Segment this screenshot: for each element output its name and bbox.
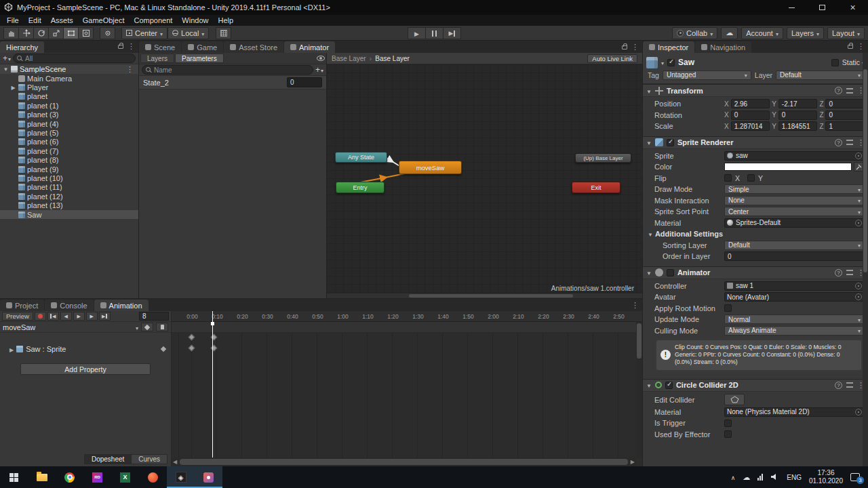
x-value-field[interactable]: 1.287014 — [731, 121, 770, 131]
circle-collider-header[interactable]: Circle Collider 2D — [643, 380, 868, 392]
foldout-arrow[interactable] — [9, 345, 14, 353]
y-value-field[interactable]: 1.184551 — [778, 121, 818, 131]
lock-icon[interactable] — [848, 45, 853, 49]
hierarchy-item[interactable]: planet (5) — [0, 128, 138, 137]
preset-icon[interactable] — [846, 140, 853, 145]
menu-item[interactable]: Window — [177, 16, 213, 24]
node-movesaw[interactable]: moveSaw — [399, 161, 462, 174]
sprite-renderer-header[interactable]: Sprite Renderer — [643, 137, 868, 149]
language-indicator[interactable]: ENG — [787, 474, 802, 481]
scene-row[interactable]: ▼ SampleScene — [0, 64, 138, 74]
taskbar-unity[interactable] — [167, 466, 195, 488]
layout-button[interactable]: Layout — [827, 27, 865, 39]
hierarchy-item[interactable]: planet (4) — [0, 119, 138, 128]
culling-mode-dropdown[interactable]: Always Animate — [724, 326, 865, 336]
taskbar-excel[interactable] — [111, 466, 139, 488]
menu-item[interactable]: GameObject — [78, 16, 130, 24]
draw-mode-dropdown[interactable]: Simple — [724, 184, 865, 194]
foldout-arrow[interactable] — [646, 268, 652, 277]
help-icon[interactable] — [835, 382, 842, 389]
rect-tool-button[interactable] — [63, 27, 79, 39]
step-button[interactable] — [443, 27, 461, 39]
taskbar-rider[interactable] — [83, 466, 111, 488]
taskbar-chrome[interactable] — [56, 466, 83, 488]
prev-key-button[interactable] — [60, 312, 72, 321]
panel-menu-icon[interactable] — [127, 42, 135, 51]
additional-settings-row[interactable]: Additional Settings — [646, 228, 865, 240]
bottom-tab[interactable]: Project — [0, 300, 44, 311]
y-value-field[interactable]: 0 — [778, 110, 818, 120]
last-key-button[interactable] — [99, 312, 111, 321]
next-key-button[interactable] — [86, 312, 98, 321]
parameter-value-field[interactable]: 0 — [287, 77, 322, 87]
menu-item[interactable]: File — [2, 16, 24, 24]
rotate-tool-button[interactable] — [33, 27, 49, 39]
layer-dropdown[interactable]: Default — [776, 70, 865, 80]
z-value-field[interactable]: 1 — [825, 121, 865, 131]
transform-tool-button[interactable] — [78, 27, 94, 39]
current-frame-field[interactable]: 8 — [139, 312, 169, 321]
physics-material-field[interactable]: None (Physics Material 2D) — [724, 407, 865, 417]
x-value-field[interactable]: 0 — [731, 110, 770, 120]
foldout-arrow[interactable] — [648, 230, 653, 238]
preset-icon[interactable] — [846, 270, 853, 275]
start-button[interactable] — [0, 466, 28, 488]
object-picker-icon[interactable] — [855, 220, 862, 226]
node-entry[interactable]: Entry — [336, 182, 384, 193]
tab-hierarchy[interactable]: Hierarchy — [0, 41, 44, 53]
panel-menu-icon[interactable] — [631, 301, 639, 310]
foldout-arrow[interactable] — [646, 87, 652, 95]
hierarchy-item[interactable]: planet — [0, 92, 138, 101]
scene-menu-icon[interactable] — [126, 65, 134, 74]
help-icon[interactable] — [835, 139, 842, 146]
add-event-button[interactable] — [156, 323, 168, 331]
object-picker-icon[interactable] — [855, 293, 862, 300]
gameobject-name[interactable]: Saw — [678, 58, 828, 67]
hierarchy-item[interactable]: planet (11) — [0, 183, 138, 192]
z-value-field[interactable]: 0 — [825, 99, 865, 108]
menu-item[interactable]: Edit — [24, 16, 46, 24]
play-button[interactable] — [408, 27, 426, 39]
edit-collider-button[interactable] — [724, 394, 745, 405]
static-checkbox[interactable] — [831, 59, 839, 66]
curves-button[interactable]: Curves — [131, 454, 167, 464]
scroll-right-icon[interactable]: ▶ — [631, 459, 635, 465]
center-tab[interactable]: Animator — [284, 41, 335, 53]
foldout-arrow[interactable] — [646, 381, 652, 389]
inspector-scrollbar[interactable] — [863, 53, 868, 466]
hierarchy-item[interactable]: planet (1) — [0, 101, 138, 110]
cloud-button[interactable] — [721, 27, 738, 39]
panel-menu-icon[interactable] — [631, 43, 639, 52]
tab-layers[interactable]: Layers — [140, 54, 174, 63]
scrollbar-thumb[interactable] — [180, 459, 628, 465]
object-picker-icon[interactable] — [855, 409, 862, 415]
used-by-effector-checkbox[interactable] — [724, 430, 732, 438]
hierarchy-item[interactable]: planet (12) — [0, 192, 138, 201]
eye-icon[interactable] — [317, 56, 325, 61]
hierarchy-item[interactable]: Saw — [0, 210, 138, 219]
component-enabled-checkbox[interactable] — [667, 139, 674, 146]
collab-button[interactable]: Collab — [672, 27, 717, 39]
z-value-field[interactable]: 0 — [825, 110, 865, 120]
transform-header[interactable]: Transform — [643, 85, 868, 97]
breadcrumb-current[interactable]: Base Layer — [375, 55, 410, 62]
taskbar-file-explorer[interactable] — [28, 466, 56, 488]
static-dropdown[interactable]: Static — [842, 58, 865, 66]
record-button[interactable] — [35, 312, 46, 321]
timeline-track-area[interactable] — [172, 333, 636, 458]
taskbar-app-orange[interactable] — [139, 466, 167, 488]
account-button[interactable]: Account — [741, 27, 783, 39]
hand-tool-button[interactable] — [3, 27, 19, 39]
preview-button[interactable]: Preview — [2, 312, 33, 321]
order-in-layer-field[interactable]: 0 — [724, 251, 865, 261]
tab-navigation[interactable]: Navigation — [695, 41, 751, 53]
material-object-field[interactable]: Sprites-Default — [724, 218, 865, 228]
flip-x-checkbox[interactable] — [724, 174, 732, 182]
custom-tool-button[interactable] — [100, 27, 115, 39]
auto-live-link-button[interactable]: Auto Live Link — [587, 54, 637, 63]
add-property-button[interactable]: Add Property — [20, 363, 151, 375]
graph-horizontal-scrollbar[interactable] — [327, 293, 642, 298]
menu-item[interactable]: Assets — [46, 16, 78, 24]
hierarchy-item[interactable]: ▶ Player — [0, 83, 138, 92]
hierarchy-item[interactable]: planet (8) — [0, 156, 138, 165]
